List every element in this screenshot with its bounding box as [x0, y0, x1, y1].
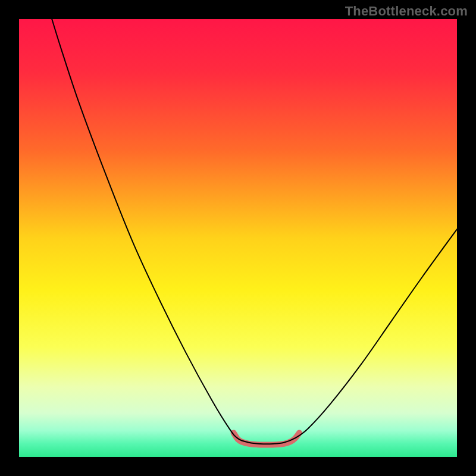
chart-svg	[19, 19, 457, 457]
plot-area	[19, 19, 457, 457]
gradient-background	[19, 19, 457, 457]
watermark-text: TheBottleneck.com	[345, 4, 468, 19]
chart-frame: TheBottleneck.com	[0, 0, 476, 476]
